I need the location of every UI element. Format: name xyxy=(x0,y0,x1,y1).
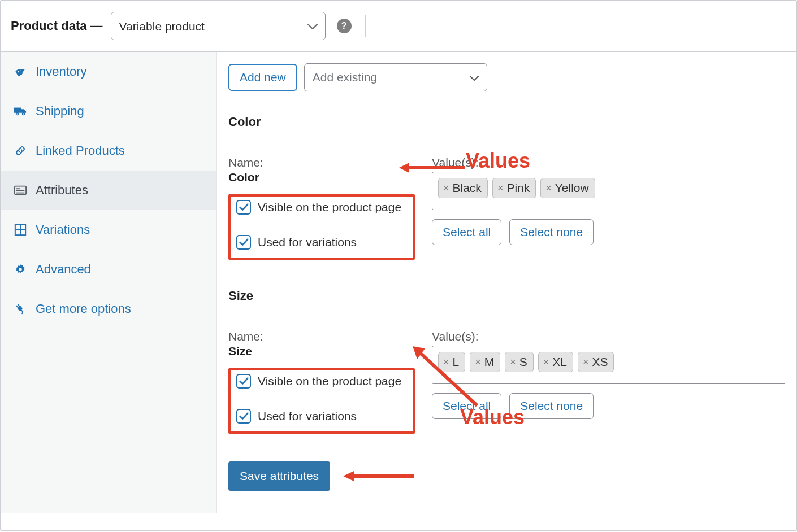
sidebar-item-linked-products[interactable]: Linked Products xyxy=(1,131,216,171)
name-label: Name: xyxy=(228,330,415,343)
remove-icon[interactable]: × xyxy=(543,356,549,368)
add-existing-select[interactable]: Add existing xyxy=(304,63,487,91)
svg-line-17 xyxy=(18,304,19,306)
value-chip[interactable]: ×L xyxy=(438,352,465,372)
add-existing-placeholder: Add existing xyxy=(313,71,377,84)
annotation-arrow-icon xyxy=(341,468,415,484)
used-for-variations-checkbox-row[interactable]: Used for variations xyxy=(236,409,407,424)
visible-checkbox-label: Visible on the product page xyxy=(258,374,401,388)
sidebar-item-label: Inventory xyxy=(36,66,87,78)
checkbox-checked-icon xyxy=(236,200,251,215)
chevron-down-icon xyxy=(470,71,479,84)
gear-icon xyxy=(13,263,28,276)
remove-icon[interactable]: × xyxy=(545,182,552,194)
values-input-color[interactable]: ×Black×Pink×Yellow xyxy=(432,172,785,210)
sidebar-item-advanced[interactable]: Advanced xyxy=(1,250,216,289)
svg-rect-2 xyxy=(14,108,21,113)
chip-label: XL xyxy=(552,355,567,369)
sidebar-item-inventory[interactable]: Inventory xyxy=(1,52,216,91)
svg-marker-23 xyxy=(343,471,354,481)
checkbox-checked-icon xyxy=(236,374,251,389)
svg-rect-9 xyxy=(16,190,25,191)
sidebar-item-shipping[interactable]: Shipping xyxy=(1,91,216,131)
attribute-right: Value(s): ×Black×Pink×Yellow Select all … xyxy=(432,156,785,260)
product-type-select[interactable]: Variable product xyxy=(111,12,326,40)
sidebar-item-variations[interactable]: Variations xyxy=(1,210,216,250)
svg-rect-10 xyxy=(16,193,25,194)
values-label: Value(s): xyxy=(432,156,785,169)
visible-checkbox-row[interactable]: Visible on the product page xyxy=(236,374,407,389)
remove-icon[interactable]: × xyxy=(583,356,589,368)
sidebar-item-label: Linked Products xyxy=(36,145,125,157)
main-content: Add new Add existing Color Name: Color xyxy=(217,52,796,513)
plug-icon xyxy=(13,303,28,315)
attributes-icon xyxy=(13,185,28,195)
header-divider xyxy=(365,15,366,37)
select-all-button[interactable]: Select all xyxy=(432,393,501,419)
help-icon[interactable]: ? xyxy=(337,19,352,33)
sidebar: Inventory Shipping Linked Products Attri… xyxy=(1,52,217,513)
save-row: Save attributes xyxy=(217,451,796,513)
svg-rect-8 xyxy=(16,188,20,189)
sidebar-item-get-more[interactable]: Get more options xyxy=(1,289,216,329)
used-for-variations-label: Used for variations xyxy=(258,409,357,423)
sidebar-item-attributes[interactable]: Attributes xyxy=(1,171,216,210)
attribute-name: Size xyxy=(228,345,415,358)
chip-label: M xyxy=(484,355,495,369)
attribute-left: Name: Color Visible on the product page xyxy=(228,156,415,260)
product-data-panel: Product data — Variable product ? Invent… xyxy=(0,0,797,531)
attribute-right: Value(s): ×L×M×S×XL×XS Select all Select… xyxy=(432,330,785,434)
chip-label: XS xyxy=(592,355,608,369)
used-for-variations-checkbox-row[interactable]: Used for variations xyxy=(236,235,407,250)
annotation-box: Visible on the product page Used for var… xyxy=(228,368,415,434)
shipping-icon xyxy=(13,106,28,116)
attribute-header-color[interactable]: Color xyxy=(217,103,796,141)
values-input-size[interactable]: ×L×M×S×XL×XS xyxy=(432,346,785,384)
save-attributes-button[interactable]: Save attributes xyxy=(228,461,330,491)
svg-point-14 xyxy=(19,268,22,271)
panel-body: Inventory Shipping Linked Products Attri… xyxy=(1,52,796,513)
used-for-variations-label: Used for variations xyxy=(258,236,357,249)
visible-checkbox-row[interactable]: Visible on the product page xyxy=(236,200,407,215)
remove-icon[interactable]: × xyxy=(443,182,449,194)
sidebar-item-label: Attributes xyxy=(36,184,88,197)
attribute-body-size: Name: Size Visible on the product page xyxy=(217,315,796,451)
remove-icon[interactable]: × xyxy=(475,356,481,368)
value-chip[interactable]: ×Black xyxy=(438,178,488,198)
inventory-icon xyxy=(13,66,28,78)
attributes-toolbar: Add new Add existing xyxy=(217,52,796,103)
value-chip[interactable]: ×S xyxy=(505,352,534,372)
value-chip[interactable]: ×XS xyxy=(578,352,614,372)
attribute-name: Color xyxy=(228,171,415,184)
attribute-body-color: Name: Color Visible on the product page xyxy=(217,141,796,277)
remove-icon[interactable]: × xyxy=(510,356,516,368)
svg-point-5 xyxy=(16,113,18,114)
remove-icon[interactable]: × xyxy=(443,356,449,368)
value-chip[interactable]: ×Pink xyxy=(492,178,536,198)
checkbox-checked-icon xyxy=(236,235,251,250)
value-chip[interactable]: ×Yellow xyxy=(540,178,595,198)
select-none-button[interactable]: Select none xyxy=(509,219,594,245)
sidebar-item-label: Advanced xyxy=(36,263,91,276)
select-none-button[interactable]: Select none xyxy=(509,393,594,419)
add-new-button[interactable]: Add new xyxy=(228,64,297,91)
select-button-row: Select all Select none xyxy=(432,219,785,245)
panel-header: Product data — Variable product ? xyxy=(1,1,796,52)
annotation-box: Visible on the product page Used for var… xyxy=(228,194,415,260)
visible-checkbox-label: Visible on the product page xyxy=(258,200,401,214)
values-label: Value(s): xyxy=(432,330,785,343)
link-icon xyxy=(13,145,28,157)
name-label: Name: xyxy=(228,156,415,169)
product-type-select-wrap[interactable]: Variable product xyxy=(111,12,326,40)
attribute-left: Name: Size Visible on the product page xyxy=(228,330,415,434)
attribute-header-size[interactable]: Size xyxy=(217,277,796,315)
remove-icon[interactable]: × xyxy=(497,182,504,194)
svg-line-16 xyxy=(16,306,18,307)
select-all-button[interactable]: Select all xyxy=(432,219,501,245)
value-chip[interactable]: ×M xyxy=(470,352,500,372)
select-button-row: Select all Select none xyxy=(432,393,785,419)
sidebar-item-label: Shipping xyxy=(36,105,84,117)
value-chip[interactable]: ×XL xyxy=(538,352,573,372)
chip-label: S xyxy=(519,355,527,369)
variations-icon xyxy=(13,224,28,236)
